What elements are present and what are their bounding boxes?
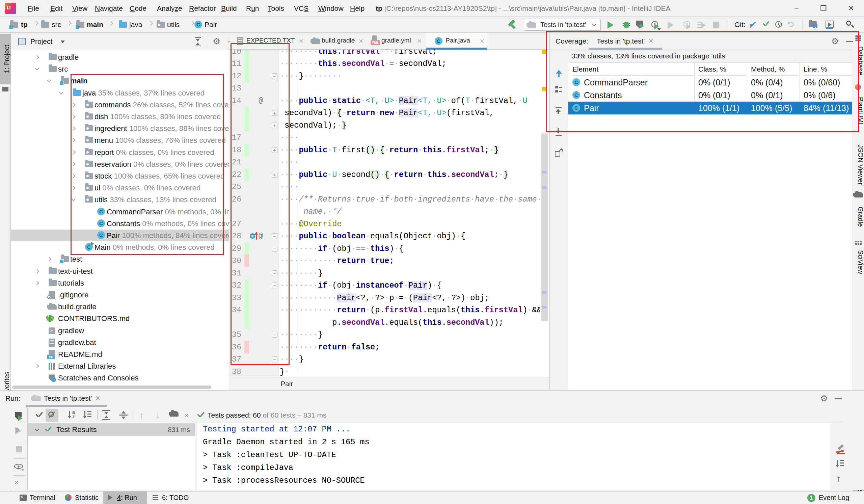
tool-tab-gradle[interactable]: Gradle bbox=[853, 201, 864, 232]
run-anything-icon[interactable] bbox=[826, 21, 834, 29]
breadcrumb-Pair[interactable]: Pair bbox=[205, 17, 217, 33]
run-settings-gear-icon[interactable]: ⚙ bbox=[820, 394, 828, 403]
gradle-file-icon bbox=[48, 304, 57, 310]
chevron-down-icon[interactable] bbox=[59, 90, 63, 95]
tool-tab-json-viewer[interactable]: JSON Viewer bbox=[853, 140, 864, 189]
scroll-down-icon[interactable] bbox=[836, 459, 845, 469]
statusbar-terminal[interactable]: Terminal bbox=[30, 492, 55, 504]
debug-button[interactable] bbox=[623, 21, 630, 29]
breadcrumb-main[interactable]: main bbox=[87, 17, 103, 33]
tree-item-gradle[interactable]: gradle bbox=[11, 51, 229, 63]
statusbar-event-log[interactable]: Event Log bbox=[819, 492, 849, 504]
git-update-button[interactable] bbox=[750, 21, 757, 28]
show-options-eye-icon[interactable] bbox=[14, 463, 24, 471]
sort-by-duration-icon[interactable] bbox=[84, 410, 93, 420]
code-line-38[interactable]: 38}· bbox=[229, 365, 540, 377]
run-tab-label[interactable]: Tests in 'tp.test' bbox=[44, 391, 92, 406]
run-tab-close-icon[interactable]: ✕ bbox=[95, 394, 100, 402]
chevron-right-icon[interactable] bbox=[35, 55, 39, 59]
git-commit-button[interactable] bbox=[762, 20, 770, 28]
statusbar-run-selected[interactable]: 4 4: Run bbox=[103, 492, 147, 504]
tree-item-scratches-and-consoles[interactable]: Scratches and Consoles bbox=[11, 372, 229, 384]
tab-close-icon[interactable]: ✕ bbox=[358, 37, 363, 45]
project-structure-icon[interactable] bbox=[809, 21, 817, 28]
tree-item-build-gradle[interactable]: build.gradle bbox=[11, 301, 229, 313]
tree-item-external-libraries[interactable]: External Libraries bbox=[11, 360, 229, 372]
project-horizontal-scrollbar[interactable] bbox=[12, 385, 211, 389]
menu-vcs[interactable]: VCS bbox=[294, 0, 309, 16]
git-history-button[interactable] bbox=[775, 21, 782, 28]
ignored-filter-toggle[interactable] bbox=[46, 409, 58, 422]
menu-edit[interactable]: Edit bbox=[50, 0, 62, 16]
maximize-button[interactable]: ❐ bbox=[813, 0, 833, 16]
breadcrumb-java[interactable]: java bbox=[129, 17, 142, 33]
sort-alphabetically-icon[interactable]: a z bbox=[69, 410, 77, 420]
project-settings-gear-icon[interactable]: ⚙ bbox=[213, 37, 220, 46]
tab-close-icon[interactable]: ✕ bbox=[480, 37, 485, 45]
run-hide-button[interactable] bbox=[835, 398, 842, 399]
menu-help[interactable]: Help bbox=[350, 0, 364, 16]
run-config-combo[interactable]: Tests in 'tp.test' bbox=[524, 19, 601, 31]
chevron-right-icon[interactable] bbox=[35, 281, 39, 285]
profiler-button[interactable] bbox=[651, 21, 658, 28]
statusbar-statistic[interactable]: Statistic bbox=[75, 492, 98, 504]
editor-tab-pair-java[interactable]: CPair.java✕ bbox=[426, 33, 487, 50]
run-button[interactable] bbox=[608, 21, 614, 29]
navigation-bar: tpsrcmainjavautilsCPair Tests in 'tp.tes… bbox=[0, 17, 864, 33]
menu-build[interactable]: Build bbox=[221, 0, 237, 16]
minimize-button[interactable]: – bbox=[787, 0, 807, 16]
chevron-right-icon[interactable] bbox=[35, 269, 39, 274]
tree-item-gradlew-bat[interactable]: gradlew.bat bbox=[11, 337, 229, 348]
run-coverage-button[interactable] bbox=[636, 21, 643, 28]
menu-analyze[interactable]: Analyze bbox=[157, 0, 182, 16]
chevron-right-icon[interactable] bbox=[47, 257, 51, 262]
expand-all-icon[interactable] bbox=[102, 410, 111, 420]
menu-code[interactable]: Code bbox=[130, 0, 146, 16]
toolbar-more-icon[interactable]: » bbox=[185, 407, 189, 423]
menu-file[interactable]: File bbox=[28, 0, 39, 16]
breadcrumb-class[interactable]: Pair bbox=[280, 377, 293, 390]
tree-item--gitignore[interactable]: .gitignore bbox=[11, 289, 229, 301]
breadcrumb-tp[interactable]: tp bbox=[21, 17, 28, 33]
passed-filter-icon[interactable] bbox=[35, 412, 44, 419]
todo-icon bbox=[153, 495, 158, 496]
collapse-all-button[interactable] bbox=[194, 37, 202, 46]
menu-view[interactable]: View bbox=[72, 0, 87, 16]
tool-tab-project[interactable]: 1: Project bbox=[0, 34, 11, 84]
editor-tab-gradle-yml[interactable]: YMLgradle.yml✕ bbox=[368, 33, 424, 50]
tree-item-contributors-md[interactable]: CONTRIBUTORS.md bbox=[11, 313, 229, 324]
tree-item-gradlew[interactable]: >gradlew bbox=[11, 325, 229, 337]
tab-close-icon[interactable]: ✕ bbox=[417, 37, 422, 45]
test-results-row[interactable]: Test Results 831 ms bbox=[28, 423, 195, 436]
chevron-right-icon[interactable] bbox=[35, 364, 39, 368]
statusbar-todo[interactable]: 6: TODO bbox=[162, 492, 189, 504]
run-more-icon[interactable]: » bbox=[15, 478, 18, 486]
tree-item-tutorials[interactable]: tutorials bbox=[11, 277, 229, 289]
project-view-dropdown-icon[interactable] bbox=[61, 40, 65, 43]
menu-navigate[interactable]: Navigate bbox=[95, 0, 123, 16]
tab-close-icon[interactable]: ✕ bbox=[299, 37, 304, 45]
menu-window[interactable]: Window bbox=[318, 0, 344, 16]
close-button[interactable]: ✕ bbox=[841, 0, 861, 16]
menu-run[interactable]: Run bbox=[246, 0, 259, 16]
chevron-down-icon[interactable] bbox=[35, 66, 39, 71]
tree-item-text-ui-test[interactable]: text-ui-test bbox=[11, 265, 229, 277]
search-everywhere-icon[interactable] bbox=[846, 20, 854, 29]
clear-console-icon[interactable] bbox=[836, 446, 846, 455]
build-hammer-icon[interactable] bbox=[507, 20, 516, 29]
breadcrumb-utils[interactable]: utils bbox=[167, 17, 180, 33]
collapse-all-run-icon[interactable] bbox=[119, 410, 128, 420]
tree-item-src[interactable]: src bbox=[11, 63, 229, 75]
breadcrumb-src[interactable]: src bbox=[52, 17, 61, 33]
menu-tools[interactable]: Tools bbox=[268, 0, 284, 16]
run-console[interactable]: Testing started at 12:07 PM ...Gradle Da… bbox=[197, 423, 830, 490]
tool-tab-sciview[interactable]: SciView bbox=[853, 246, 864, 278]
gradle-strip-icon bbox=[854, 192, 863, 197]
test-history-icon[interactable] bbox=[170, 411, 179, 417]
tree-item-readme-md[interactable]: MDREADME.md bbox=[11, 348, 229, 360]
editor-tab-build-gradle[interactable]: build.gradle✕ bbox=[308, 33, 366, 50]
chevron-down-icon[interactable] bbox=[47, 78, 51, 83]
menu-refactor[interactable]: Refactor bbox=[189, 0, 216, 16]
scroll-up-icon[interactable]: ↑ bbox=[836, 473, 841, 484]
export-icon[interactable] bbox=[555, 149, 563, 157]
